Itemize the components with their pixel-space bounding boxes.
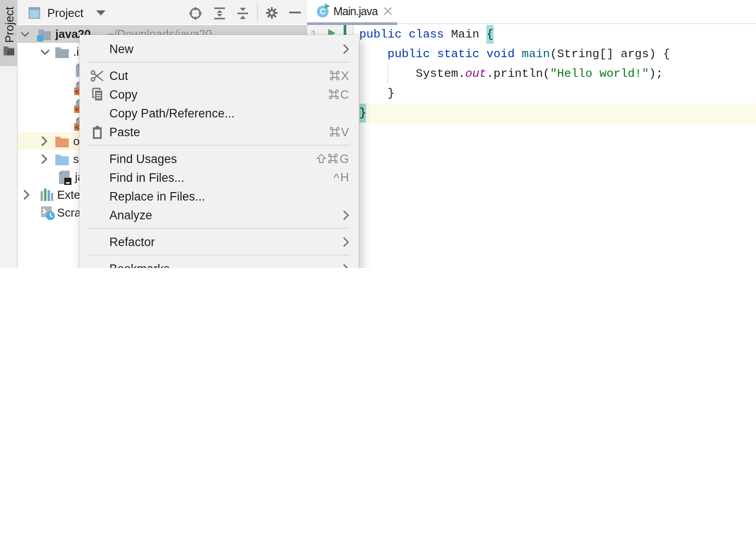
svg-text:C: C bbox=[320, 7, 326, 16]
